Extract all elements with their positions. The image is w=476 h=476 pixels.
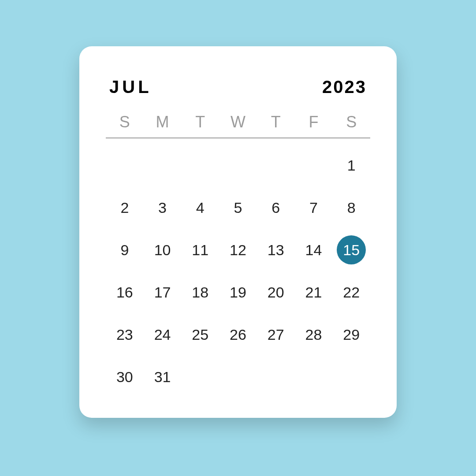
day-24[interactable]: 24: [144, 320, 182, 349]
day-12[interactable]: 12: [219, 235, 257, 264]
day-28[interactable]: 28: [295, 320, 333, 349]
day-label: 17: [154, 284, 171, 301]
day-label: 11: [192, 242, 208, 259]
day-label: 9: [120, 242, 129, 259]
day-19[interactable]: 19: [219, 278, 257, 307]
day-23[interactable]: 23: [106, 320, 144, 349]
day-label: 3: [158, 199, 167, 216]
weekday-mon: M: [144, 113, 182, 131]
weekday-row: S M T W T F S: [106, 113, 370, 138]
day-29[interactable]: 29: [332, 320, 370, 349]
day-18[interactable]: 18: [181, 278, 219, 307]
day-label: 7: [309, 199, 318, 216]
day-30[interactable]: 30: [106, 362, 144, 391]
day-empty: [106, 151, 144, 180]
day-label: 26: [230, 326, 246, 343]
day-label: 8: [347, 199, 356, 216]
day-label: 30: [116, 368, 133, 386]
day-label: 22: [343, 284, 360, 301]
day-25[interactable]: 25: [181, 320, 219, 349]
day-20[interactable]: 20: [257, 278, 295, 307]
day-9[interactable]: 9: [106, 235, 144, 264]
day-label: 21: [305, 284, 322, 301]
day-label: 20: [268, 284, 284, 301]
weekday-wed: W: [219, 113, 257, 131]
day-4[interactable]: 4: [181, 193, 219, 222]
day-label: 5: [234, 199, 242, 216]
day-label: 31: [154, 368, 171, 386]
day-label: 29: [343, 326, 360, 343]
month-label[interactable]: JUL: [109, 77, 152, 97]
days-grid: 1234567891011121314151617181920212223242…: [106, 151, 370, 391]
day-31[interactable]: 31: [144, 362, 182, 391]
day-7[interactable]: 7: [295, 193, 333, 222]
day-label: 23: [116, 326, 133, 343]
day-label: 18: [192, 284, 208, 301]
day-6[interactable]: 6: [257, 193, 295, 222]
day-label: 24: [154, 326, 171, 343]
day-26[interactable]: 26: [219, 320, 257, 349]
day-empty: [144, 151, 182, 180]
weekday-tue: T: [181, 113, 219, 131]
day-label: 19: [230, 284, 246, 301]
day-label: 12: [230, 242, 246, 259]
day-2[interactable]: 2: [106, 193, 144, 222]
day-label: 16: [116, 284, 133, 301]
day-21[interactable]: 21: [295, 278, 333, 307]
day-13[interactable]: 13: [257, 235, 295, 264]
calendar-header: JUL 2023: [106, 77, 370, 97]
day-22[interactable]: 22: [332, 278, 370, 307]
day-empty: [295, 151, 333, 180]
day-label: 13: [268, 242, 284, 259]
day-label: 4: [196, 199, 205, 216]
year-label[interactable]: 2023: [322, 77, 367, 97]
day-1[interactable]: 1: [332, 151, 370, 180]
weekday-fri: F: [295, 113, 333, 131]
day-14[interactable]: 14: [295, 235, 333, 264]
day-label: 6: [271, 199, 280, 216]
day-label: 1: [347, 157, 356, 174]
day-label: 25: [192, 326, 208, 343]
day-label: 14: [305, 242, 322, 259]
day-8[interactable]: 8: [332, 193, 370, 222]
day-empty: [219, 151, 257, 180]
day-27[interactable]: 27: [257, 320, 295, 349]
day-label: 28: [305, 326, 322, 343]
day-empty: [257, 151, 295, 180]
day-label: 15: [337, 235, 366, 264]
day-16[interactable]: 16: [106, 278, 144, 307]
day-17[interactable]: 17: [144, 278, 182, 307]
day-10[interactable]: 10: [144, 235, 182, 264]
day-label: 27: [268, 326, 284, 343]
weekday-sun: S: [106, 113, 144, 131]
calendar-card: JUL 2023 S M T W T F S 12345678910111213…: [79, 46, 397, 418]
day-15[interactable]: 15: [332, 235, 370, 264]
day-label: 10: [154, 242, 171, 259]
weekday-thu: T: [257, 113, 295, 131]
day-11[interactable]: 11: [181, 235, 219, 264]
day-empty: [181, 151, 219, 180]
day-5[interactable]: 5: [219, 193, 257, 222]
weekday-sat: S: [332, 113, 370, 131]
day-label: 2: [120, 199, 129, 216]
day-3[interactable]: 3: [144, 193, 182, 222]
